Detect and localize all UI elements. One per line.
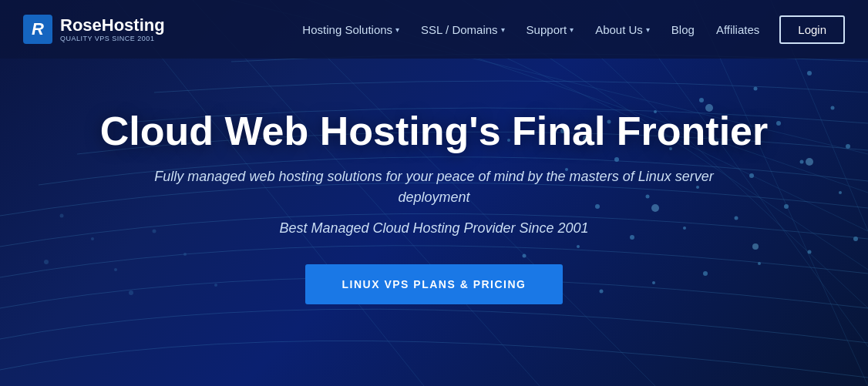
navbar: R RoseHosting QUALITY VPS SINCE 2001 Hos…	[0, 0, 868, 59]
hero-section: R RoseHosting QUALITY VPS SINCE 2001 Hos…	[0, 0, 868, 386]
nav-item-about: About Us ▾	[586, 17, 659, 42]
logo-text: RoseHosting QUALITY VPS SINCE 2001	[60, 16, 165, 42]
chevron-down-icon: ▾	[395, 25, 399, 34]
nav-item-affiliates: Affiliates	[707, 17, 769, 42]
nav-item-hosting: Hosting Solutions ▾	[293, 17, 409, 42]
nav-link-support[interactable]: Support ▾	[517, 17, 584, 42]
nav-links: Hosting Solutions ▾ SSL / Domains ▾ Supp…	[293, 15, 845, 44]
nav-item-support: Support ▾	[517, 17, 584, 42]
nav-link-hosting[interactable]: Hosting Solutions ▾	[293, 17, 409, 42]
nav-login: Login	[772, 15, 845, 44]
logo-name: RoseHosting	[60, 16, 165, 35]
nav-item-blog: Blog	[662, 17, 704, 42]
chevron-down-icon: ▾	[646, 25, 650, 34]
logo-icon: R	[23, 15, 52, 44]
hero-title: Cloud Web Hosting's Final Frontier	[100, 109, 769, 153]
nav-link-about[interactable]: About Us ▾	[586, 17, 659, 42]
hero-cta-button[interactable]: LINUX VPS PLANS & PRICING	[305, 264, 564, 304]
nav-item-ssl: SSL / Domains ▾	[412, 17, 514, 42]
hero-sub2: Best Managed Cloud Hosting Provider Sinc…	[279, 220, 588, 237]
chevron-down-icon: ▾	[501, 25, 505, 34]
nav-link-ssl[interactable]: SSL / Domains ▾	[412, 17, 514, 42]
logo-link[interactable]: R RoseHosting QUALITY VPS SINCE 2001	[23, 15, 165, 44]
logo-tagline: QUALITY VPS SINCE 2001	[60, 35, 165, 42]
nav-link-blog[interactable]: Blog	[662, 17, 704, 42]
chevron-down-icon: ▾	[570, 25, 574, 34]
login-button[interactable]: Login	[779, 15, 845, 44]
nav-link-affiliates[interactable]: Affiliates	[707, 17, 769, 42]
hero-subtitle: Fully managed web hosting solutions for …	[126, 166, 742, 208]
